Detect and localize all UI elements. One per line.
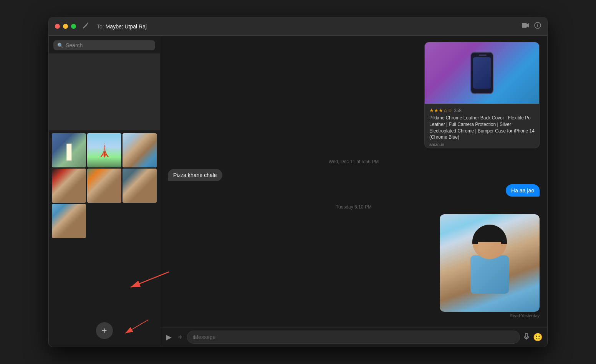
emoji-button[interactable]: 🙂 — [533, 333, 543, 342]
sent-message: Ha aa jao — [506, 184, 540, 197]
thumbnail-person1[interactable] — [123, 133, 157, 167]
maximize-button[interactable] — [71, 24, 76, 29]
contact-name: Maybe: Utpal Raj — [106, 23, 147, 30]
messages-container[interactable]: ★★★☆☆ 358 Pikkme Chrome Leather Back Cov… — [160, 36, 547, 327]
search-icon: 🔍 — [57, 43, 63, 48]
sidebar-bottom: + — [49, 241, 160, 347]
svg-text:i: i — [537, 23, 538, 28]
plus-icon-input: + — [178, 333, 182, 341]
add-new-button[interactable]: + — [96, 322, 113, 339]
search-bar[interactable]: 🔍 — [53, 40, 155, 50]
title-bar-actions: i — [522, 22, 541, 31]
date-separator-2: Tuesday 6:10 PM — [168, 204, 540, 210]
to-label: To: — [97, 23, 104, 30]
title-bar: To: Maybe: Utpal Raj i — [49, 17, 547, 36]
date-separator-1: Wed, Dec 11 at 5:56 PM — [168, 159, 540, 164]
product-title: Pikkme Chrome Leather Back Cover | Flexi… — [429, 115, 535, 141]
expand-button[interactable]: ▶ — [165, 331, 173, 343]
add-attachment-button[interactable]: + — [176, 331, 184, 343]
close-button[interactable] — [55, 24, 60, 29]
product-card[interactable]: ★★★☆☆ 358 Pikkme Chrome Leather Back Cov… — [424, 42, 540, 148]
message-input[interactable] — [187, 331, 520, 344]
thumbnail-person5[interactable] — [52, 204, 86, 238]
video-call-icon[interactable] — [522, 22, 530, 30]
rating-count: 358 — [454, 108, 462, 113]
audio-button[interactable] — [523, 333, 530, 342]
photo-thumbnails — [49, 130, 160, 241]
compose-icon[interactable] — [82, 22, 89, 31]
sidebar-header: 🔍 — [49, 36, 160, 53]
info-icon[interactable]: i — [534, 22, 541, 31]
plus-icon: + — [101, 325, 107, 336]
sent-image — [440, 214, 540, 312]
product-url: amzn.in — [429, 142, 535, 147]
received-message: Pizza khane chale — [168, 169, 222, 181]
sidebar: 🔍 — [49, 36, 160, 347]
minimize-button[interactable] — [63, 24, 68, 29]
search-input[interactable] — [66, 42, 151, 48]
product-rating: ★★★☆☆ 358 — [429, 108, 535, 113]
arrow-annotation — [106, 316, 152, 339]
title-bar-center: To: Maybe: Utpal Raj — [89, 23, 522, 30]
product-image — [425, 42, 539, 104]
traffic-lights — [55, 24, 76, 29]
app-window: To: Maybe: Utpal Raj i 🔍 — [48, 17, 548, 347]
message-input-area: ▶ + 🙂 — [160, 327, 547, 347]
thumbnail-person3[interactable] — [87, 169, 121, 203]
main-content: 🔍 — [49, 36, 547, 347]
thumbnail-lighthouse[interactable] — [52, 133, 86, 167]
photo-grid-placeholder — [49, 53, 160, 130]
thumbnail-person4[interactable] — [123, 169, 157, 203]
svg-line-4 — [125, 320, 148, 333]
thumbnail-eiffel[interactable] — [87, 133, 121, 167]
rating-stars: ★★★☆☆ — [429, 108, 452, 113]
chat-area: ★★★☆☆ 358 Pikkme Chrome Leather Back Cov… — [160, 36, 547, 347]
thumbnail-person2[interactable] — [52, 169, 86, 203]
product-info: ★★★☆☆ 358 Pikkme Chrome Leather Back Cov… — [425, 104, 539, 148]
read-status: Read Yesterday — [510, 313, 540, 318]
svg-rect-0 — [522, 23, 527, 28]
